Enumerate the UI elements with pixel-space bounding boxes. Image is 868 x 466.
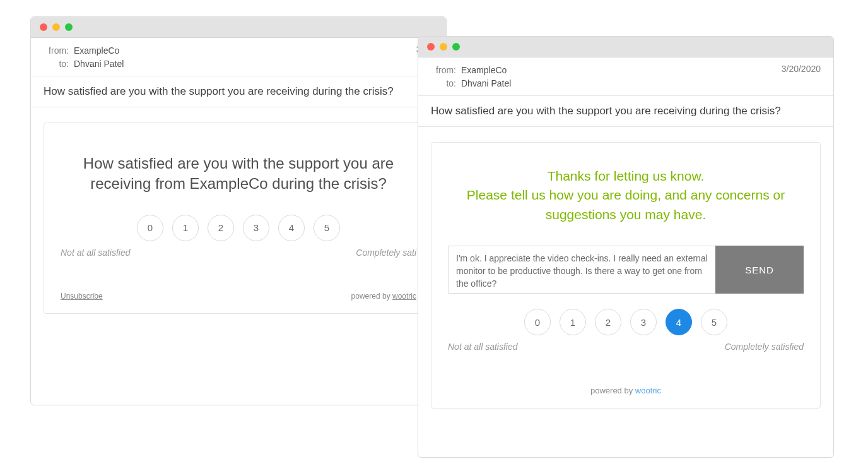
from-label: from: [44,44,69,57]
rating-5[interactable]: 5 [314,215,340,241]
from-value: ExampleCo [74,44,119,57]
feedback-row: SEND [448,246,804,294]
feedback-input[interactable] [448,246,715,294]
window-titlebar [418,37,833,57]
from-value: ExampleCo [461,64,507,77]
maximize-icon[interactable] [452,43,460,51]
rating-0[interactable]: 0 [137,215,163,241]
rating-row: 0 1 2 3 4 5 [61,215,416,241]
send-button[interactable]: SEND [715,246,804,294]
email-body: How satisfied are you with the support y… [31,107,446,326]
scale-low-label: Not at all satisfied [448,342,518,352]
rating-2[interactable]: 2 [208,215,234,241]
maximize-icon[interactable] [65,23,73,31]
powered-text: powered by [590,386,635,395]
email-subject: How satisfied are you with the support y… [31,76,446,107]
scale-low-label: Not at all satisfied [61,248,131,258]
email-subject: How satisfied are you with the support y… [418,96,833,127]
to-value: Dhvani Patel [74,57,124,71]
powered-brand[interactable]: wootric [392,292,416,301]
close-icon[interactable] [40,23,47,31]
survey-card: How satisfied are you with the support y… [44,122,433,314]
email-window-followup: from: ExampleCo to: Dhvani Patel 3/20/20… [418,36,834,458]
card-footer: Unsubscribe powered by wootric [61,292,416,301]
to-label: to: [431,77,456,90]
window-titlebar [31,17,446,38]
powered-brand[interactable]: wootric [635,386,661,395]
from-label: from: [431,64,456,77]
rating-1[interactable]: 1 [560,309,586,335]
powered-by: powered by wootric [351,292,416,301]
rating-5[interactable]: 5 [701,309,727,335]
email-window-survey: from: ExampleCo to: Dhvani Patel 3/20 Ho… [30,16,447,405]
survey-question: How satisfied are you with the support y… [61,153,416,194]
email-header: from: ExampleCo to: Dhvani Patel 3/20/20… [418,57,833,96]
rating-0[interactable]: 0 [524,309,551,335]
email-body: Thanks for letting us know. Please tell … [418,127,833,421]
rating-4[interactable]: 4 [666,309,692,335]
email-header: from: ExampleCo to: Dhvani Patel 3/20 [31,38,446,76]
rating-4[interactable]: 4 [278,215,305,241]
minimize-icon[interactable] [52,23,60,31]
to-value: Dhvani Patel [461,77,511,90]
rating-1[interactable]: 1 [172,215,199,241]
minimize-icon[interactable] [440,43,447,51]
rating-2[interactable]: 2 [595,309,621,335]
scale-labels: Not at all satisfied Completely satisfie… [448,342,804,352]
followup-card: Thanks for letting us know. Please tell … [431,142,821,409]
scale-high-label: Completely satisfied [725,342,804,352]
rating-3[interactable]: 3 [243,215,269,241]
email-date: 3/20/2020 [782,64,821,74]
rating-3[interactable]: 3 [630,309,657,335]
close-icon[interactable] [427,43,435,51]
scale-high-label: Completely sati [356,248,416,258]
followup-message: Thanks for letting us know. Please tell … [448,167,804,224]
unsubscribe-link[interactable]: Unsubscribe [61,292,103,301]
powered-by: powered by wootric [448,386,804,395]
scale-labels: Not at all satisfied Completely sati [61,248,416,258]
rating-row: 0 1 2 3 4 5 [448,309,804,335]
powered-text: powered by [351,292,392,301]
to-label: to: [44,57,69,71]
